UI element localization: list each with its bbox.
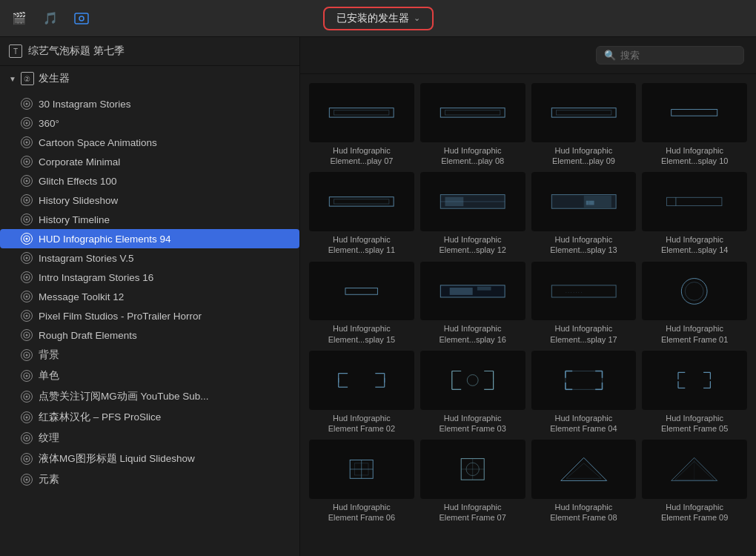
sidebar-item-12[interactable]: Rough Draft Elements bbox=[0, 325, 299, 345]
grid-label-15: Hud Infographic Element Frame 05 bbox=[642, 413, 747, 434]
svg-rect-62 bbox=[477, 286, 491, 290]
sidebar-item-icon-14 bbox=[21, 370, 33, 382]
grid-item-18[interactable]: Hud Infographic Element Frame 08 bbox=[531, 440, 637, 523]
sidebar-item-7[interactable]: HUD Infographic Elements 94 bbox=[0, 229, 299, 248]
sidebar-header-label: 综艺气泡标题 第七季 bbox=[28, 44, 125, 58]
svg-rect-0 bbox=[75, 13, 88, 24]
sidebar-item-10[interactable]: Message Toolkit 12 bbox=[0, 287, 299, 306]
grid-label-13: Hud Infographic Element Frame 03 bbox=[420, 413, 525, 434]
svg-point-15 bbox=[26, 219, 28, 221]
grid-label-10: Hud Infographic Element...splay 17 bbox=[531, 323, 637, 345]
grid-item-8[interactable]: Hud Infographic Element...splay 15 bbox=[309, 262, 414, 345]
grid-item-5[interactable]: Hud Infographic Element...splay 12 bbox=[420, 172, 525, 255]
sidebar-item-icon-7 bbox=[21, 233, 33, 245]
section-icon: ② bbox=[21, 72, 34, 85]
sidebar-item-label-9: Intro Instagram Stories 16 bbox=[39, 272, 153, 283]
grid-thumb-19 bbox=[642, 440, 747, 499]
sidebar-item-icon-10 bbox=[21, 291, 33, 302]
sidebar-item-label-1: 360° bbox=[39, 118, 59, 129]
sidebar-item-0[interactable]: 30 Instagram Stories bbox=[0, 94, 299, 113]
sidebar-item-19[interactable]: 元素 bbox=[0, 469, 299, 490]
grid-item-4[interactable]: Hud Infographic Element...splay 11 bbox=[309, 172, 414, 255]
sidebar-item-icon-11 bbox=[21, 310, 33, 322]
grid-thumb-9 bbox=[420, 262, 525, 321]
sidebar-item-label-7: HUD Infographic Elements 94 bbox=[39, 234, 171, 245]
toolbar: 🎬 🎵 已安装的发生器 ⌄ bbox=[0, 0, 756, 37]
installed-generators-button[interactable]: 已安装的发生器 ⌄ bbox=[323, 7, 434, 30]
svg-point-29 bbox=[26, 354, 28, 357]
sidebar-item-icon-5 bbox=[21, 194, 33, 206]
grid-label-8: Hud Infographic Element...splay 15 bbox=[309, 323, 414, 345]
sidebar-items-list: 30 Instagram Stories360°Cartoon Space An… bbox=[0, 94, 299, 490]
sidebar-item-18[interactable]: 液体MG图形标题 Liquid Slideshow bbox=[0, 449, 299, 469]
grid-label-11: Hud Infographic Element Frame 01 bbox=[642, 323, 747, 345]
grid-container: Hud Infographic Element...play 07Hud Inf… bbox=[300, 74, 756, 556]
music-icon[interactable]: 🎵 bbox=[40, 8, 61, 29]
grid-item-11[interactable]: Hud Infographic Element Frame 01 bbox=[642, 262, 747, 345]
sidebar-item-icon-19 bbox=[21, 474, 33, 486]
sidebar-item-8[interactable]: Instagram Stories V.5 bbox=[0, 248, 299, 268]
grid-item-13[interactable]: Hud Infographic Element Frame 03 bbox=[420, 351, 525, 434]
grid-thumb-13 bbox=[420, 351, 525, 410]
grid-label-6: Hud Infographic Element...splay 13 bbox=[531, 234, 637, 256]
content-header: 🔍 bbox=[300, 37, 756, 74]
film-icon[interactable]: 🎬 bbox=[9, 8, 30, 29]
sidebar-item-icon-9 bbox=[21, 271, 33, 283]
svg-rect-46 bbox=[551, 108, 616, 117]
grid-label-1: Hud Infographic Element...play 08 bbox=[420, 145, 525, 167]
svg-point-21 bbox=[26, 277, 28, 279]
sidebar-section: ▼ ② 发生器 bbox=[0, 66, 299, 94]
grid-item-2[interactable]: Hud Infographic Element...play 09 bbox=[531, 83, 637, 166]
search-input[interactable] bbox=[620, 50, 736, 61]
sidebar-item-4[interactable]: Glitch Effects 100 bbox=[0, 171, 299, 191]
sidebar-item-5[interactable]: History Slideshow bbox=[0, 191, 299, 210]
sidebar-item-3[interactable]: Corporate Minimal bbox=[0, 152, 299, 171]
grid-item-15[interactable]: Hud Infographic Element Frame 05 bbox=[642, 351, 747, 434]
sidebar-item-label-12: Rough Draft Elements bbox=[39, 330, 137, 341]
sidebar-item-13[interactable]: 背景 bbox=[0, 345, 299, 365]
generator-tab-icon[interactable] bbox=[71, 8, 92, 29]
grid-item-6[interactable]: ▓▓▓Hud Infographic Element...splay 13 bbox=[531, 172, 637, 255]
grid-item-10[interactable]: · · · · · · ·Hud Infographic Element...s… bbox=[531, 262, 637, 345]
grid-label-18: Hud Infographic Element Frame 08 bbox=[531, 502, 637, 523]
svg-point-37 bbox=[26, 437, 28, 440]
grid-item-0[interactable]: Hud Infographic Element...play 07 bbox=[309, 83, 414, 166]
sidebar-item-16[interactable]: 红森林汉化 – PFS ProSlice bbox=[0, 407, 299, 428]
svg-rect-49 bbox=[329, 197, 394, 206]
svg-rect-50 bbox=[334, 199, 389, 204]
sidebar-item-14[interactable]: 单色 bbox=[0, 365, 299, 386]
grid-item-7[interactable]: Hud Infographic Element...splay 14 bbox=[642, 172, 747, 255]
sidebar-item-label-8: Instagram Stories V.5 bbox=[39, 253, 134, 264]
grid-item-9[interactable]: Hud Infographic Element...splay 16 bbox=[420, 262, 525, 345]
sidebar-item-icon-15 bbox=[21, 391, 33, 403]
sidebar-item-15[interactable]: 点赞关注订阅MG动画 YouTube Sub... bbox=[0, 386, 299, 407]
sidebar-item-2[interactable]: Cartoon Space Animations bbox=[0, 133, 299, 152]
grid-item-14[interactable]: Hud Infographic Element Frame 04 bbox=[531, 351, 637, 434]
grid-label-7: Hud Infographic Element...splay 14 bbox=[642, 234, 747, 256]
search-box[interactable]: 🔍 bbox=[596, 46, 744, 64]
grid-item-3[interactable]: Hud Infographic Element...splay 10 bbox=[642, 83, 747, 166]
sidebar-item-6[interactable]: History Timeline bbox=[0, 210, 299, 229]
grid-item-1[interactable]: Hud Infographic Element...play 08 bbox=[420, 83, 525, 166]
svg-point-39 bbox=[26, 458, 28, 460]
sidebar-item-9[interactable]: Intro Instagram Stories 16 bbox=[0, 268, 299, 287]
sidebar-item-11[interactable]: Pixel Film Studios - ProTrailer Horror bbox=[0, 306, 299, 325]
grid-item-17[interactable]: Hud Infographic Element Frame 07 bbox=[420, 440, 525, 523]
sidebar-item-17[interactable]: 纹理 bbox=[0, 428, 299, 449]
grid-thumb-17 bbox=[420, 440, 525, 499]
grid-label-3: Hud Infographic Element...splay 10 bbox=[642, 145, 747, 167]
grid-item-19[interactable]: Hud Infographic Element Frame 09 bbox=[642, 440, 747, 523]
sidebar-item-1[interactable]: 360° bbox=[0, 113, 299, 133]
grid-thumb-11 bbox=[642, 262, 747, 321]
sidebar-item-label-19: 元素 bbox=[39, 473, 59, 486]
svg-point-17 bbox=[26, 238, 28, 240]
grid-item-12[interactable]: Hud Infographic Element Frame 02 bbox=[309, 351, 414, 434]
grid-item-16[interactable]: Hud Infographic Element Frame 06 bbox=[309, 440, 414, 523]
grid-label-17: Hud Infographic Element Frame 07 bbox=[420, 502, 525, 523]
svg-point-5 bbox=[26, 122, 28, 125]
svg-rect-57 bbox=[667, 198, 722, 206]
grid-thumb-2 bbox=[531, 83, 637, 142]
sidebar-item-label-10: Message Toolkit 12 bbox=[39, 291, 124, 302]
svg-point-3 bbox=[26, 103, 28, 105]
grid-label-4: Hud Infographic Element...splay 11 bbox=[309, 234, 414, 256]
